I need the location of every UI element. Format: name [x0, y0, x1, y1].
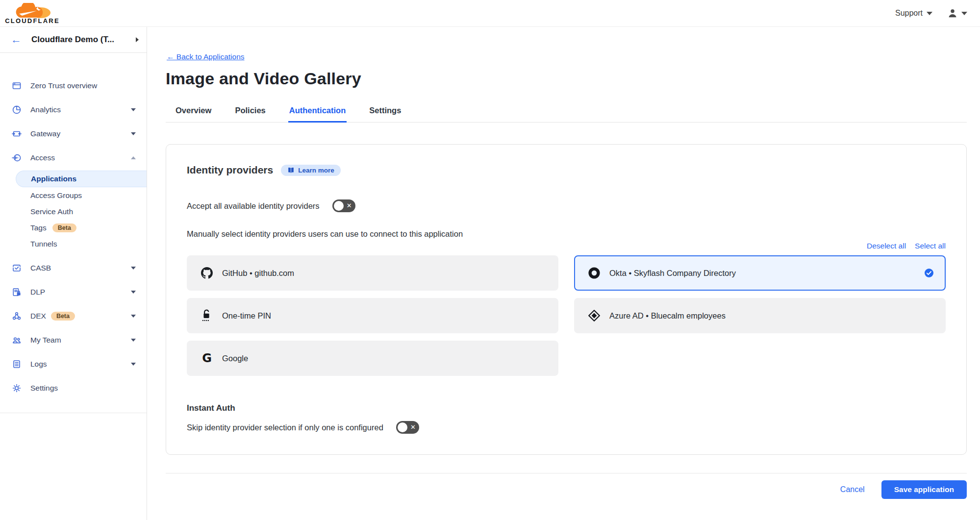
- sidebar-item-access-groups[interactable]: Access Groups: [0, 187, 147, 203]
- save-application-button[interactable]: Save application: [881, 480, 967, 499]
- provider-tile-one-time-pin[interactable]: One-time PIN: [187, 298, 558, 333]
- sidebar-item-logs[interactable]: Logs: [0, 352, 147, 376]
- beta-badge: Beta: [51, 312, 75, 321]
- account-name[interactable]: Cloudflare Demo (T...: [31, 35, 126, 45]
- caret-down-icon[interactable]: [131, 363, 136, 366]
- cancel-button[interactable]: Cancel: [840, 485, 865, 494]
- instant-auth-label: Skip identity provider selection if only…: [187, 423, 383, 432]
- zero-trust-overview-icon: [12, 81, 22, 91]
- page-title: Image and Video Gallery: [166, 69, 967, 88]
- sidebar-item-zero-trust-overview[interactable]: Zero Trust overview: [0, 74, 147, 98]
- toggle-x-icon: ✕: [410, 421, 416, 434]
- caret-down-icon[interactable]: [131, 108, 136, 111]
- support-label: Support: [895, 9, 923, 18]
- main-content: ← Back to Applications Image and Video G…: [147, 27, 980, 520]
- deselect-all-link[interactable]: Deselect all: [867, 242, 906, 250]
- tab-settings[interactable]: Settings: [368, 103, 402, 122]
- sidebar-item-tunnels[interactable]: Tunnels: [0, 236, 147, 252]
- provider-tile-google[interactable]: G Google: [187, 341, 558, 376]
- sidebar-item-dlp[interactable]: DLP: [0, 280, 147, 304]
- tab-policies[interactable]: Policies: [234, 103, 266, 122]
- provider-label: Okta • Skyflash Company Directory: [609, 269, 924, 278]
- check-circle-icon: [924, 268, 934, 278]
- instant-auth-toggle[interactable]: ✕: [396, 421, 419, 434]
- support-caret-icon: [927, 12, 932, 15]
- caret-down-icon[interactable]: [131, 132, 136, 135]
- sidebar-item-label: Logs: [30, 360, 131, 369]
- user-caret-icon: [961, 12, 967, 15]
- provider-label: One-time PIN: [222, 311, 547, 321]
- github-icon: [201, 267, 213, 279]
- sidebar-subitem-label: Applications: [31, 174, 76, 183]
- sidebar-item-analytics[interactable]: Analytics: [0, 98, 147, 122]
- sidebar-item-label: DLP: [30, 288, 131, 297]
- sidebar-item-service-auth[interactable]: Service Auth: [0, 203, 147, 220]
- provider-label: GitHub • github.com: [222, 269, 547, 278]
- sidebar-item-tags[interactable]: Tags Beta: [0, 220, 147, 236]
- logs-icon: [12, 359, 22, 369]
- identity-providers-card: Identity providers Learn more Accept all…: [166, 144, 967, 455]
- provider-label: Azure AD • Bluecalm employees: [609, 311, 934, 321]
- provider-label: Google: [222, 354, 547, 363]
- sidebar-nav: Zero Trust overview Analytics Gateway: [0, 53, 147, 413]
- casb-icon: [12, 263, 22, 273]
- sidebar-item-text: DEX: [30, 312, 46, 321]
- sidebar-item-label: Access: [30, 153, 131, 162]
- provider-tile-azure-ad[interactable]: Azure AD • Bluecalm employees: [574, 298, 946, 333]
- sidebar: ← Cloudflare Demo (T... Zero Trust overv…: [0, 27, 147, 520]
- access-icon: [12, 153, 22, 163]
- beta-badge: Beta: [52, 223, 76, 232]
- card-title: Identity providers: [187, 164, 273, 176]
- caret-down-icon[interactable]: [131, 291, 136, 294]
- user-menu[interactable]: [947, 8, 967, 19]
- learn-more-badge[interactable]: Learn more: [281, 165, 341, 176]
- settings-gear-icon: [12, 383, 22, 393]
- account-chevron-icon[interactable]: [136, 37, 139, 42]
- cloudflare-logo[interactable]: CLOUDFLARE: [7, 3, 58, 25]
- sidebar-subitem-label: Service Auth: [30, 207, 73, 216]
- provider-tile-github[interactable]: GitHub • github.com: [187, 255, 558, 291]
- google-icon: G: [202, 352, 212, 364]
- sidebar-item-label: Analytics: [30, 105, 131, 114]
- analytics-icon: [12, 105, 22, 115]
- sidebar-subitem-label: Access Groups: [30, 191, 82, 200]
- cloudflare-cloud-icon: [13, 3, 51, 19]
- caret-down-icon[interactable]: [131, 339, 136, 342]
- sidebar-item-casb[interactable]: CASB: [0, 256, 147, 280]
- sidebar-item-access[interactable]: Access: [0, 146, 147, 170]
- tab-overview[interactable]: Overview: [175, 103, 212, 122]
- user-icon: [947, 8, 958, 19]
- back-arrow-icon[interactable]: ←: [11, 34, 22, 45]
- access-subnav: Applications Access Groups Service Auth …: [0, 170, 147, 256]
- instant-auth-heading: Instant Auth: [187, 403, 946, 413]
- tab-bar: Overview Policies Authentication Setting…: [166, 103, 967, 123]
- toggle-knob: [334, 201, 344, 211]
- caret-down-icon[interactable]: [131, 315, 136, 318]
- book-icon: [287, 167, 295, 174]
- caret-down-icon[interactable]: [131, 267, 136, 270]
- brand-wordmark: CLOUDFLARE: [5, 17, 60, 25]
- toggle-x-icon: ✕: [347, 199, 352, 212]
- one-time-pin-lock-icon: [201, 309, 212, 322]
- accept-all-label: Accept all available identity providers: [187, 201, 320, 211]
- manual-select-label: Manually select identity providers users…: [187, 229, 463, 238]
- my-team-icon: [12, 335, 22, 345]
- sidebar-item-my-team[interactable]: My Team: [0, 328, 147, 352]
- toggle-knob: [398, 422, 407, 432]
- sidebar-item-gateway[interactable]: Gateway: [0, 122, 147, 146]
- select-all-link[interactable]: Select all: [915, 242, 946, 250]
- sidebar-item-label: Settings: [30, 384, 136, 393]
- dex-icon: [12, 311, 22, 321]
- caret-up-icon[interactable]: [131, 156, 136, 159]
- dlp-icon: [12, 287, 22, 297]
- provider-tile-okta[interactable]: Okta • Skyflash Company Directory: [574, 255, 946, 291]
- sidebar-item-settings[interactable]: Settings: [0, 376, 147, 400]
- support-menu[interactable]: Support: [895, 9, 932, 18]
- tab-authentication[interactable]: Authentication: [288, 103, 347, 123]
- gateway-icon: [12, 129, 22, 139]
- sidebar-item-applications[interactable]: Applications: [16, 171, 147, 187]
- back-to-applications-link[interactable]: ← Back to Applications: [167, 52, 245, 61]
- accept-all-toggle[interactable]: ✕: [332, 199, 355, 212]
- sidebar-item-dex[interactable]: DEX Beta: [0, 304, 147, 328]
- sidebar-subitem-label: Tunnels: [30, 240, 57, 248]
